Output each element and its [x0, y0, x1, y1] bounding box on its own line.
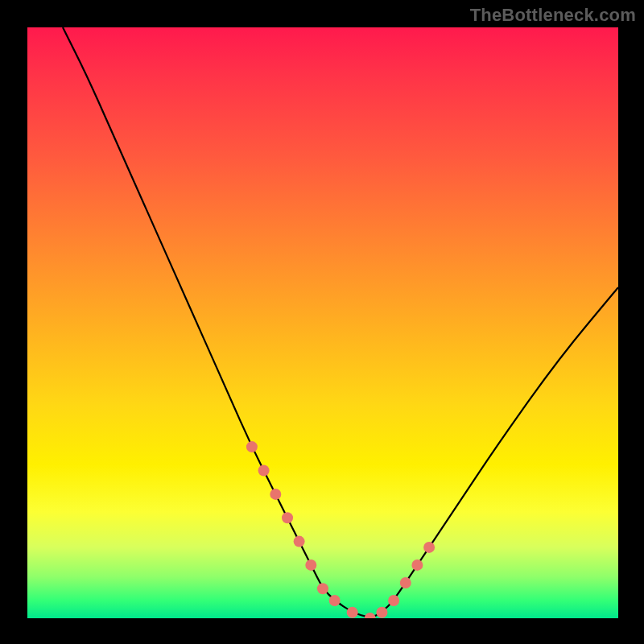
highlight-dot — [376, 607, 387, 618]
plot-area — [27, 27, 618, 618]
highlight-dot — [347, 607, 358, 618]
highlight-dot — [305, 559, 316, 571]
highlight-dot — [388, 595, 399, 606]
highlight-dot — [400, 577, 411, 588]
highlight-dot — [282, 512, 293, 523]
bottleneck-curve-path — [63, 27, 618, 617]
watermark-text: TheBottleneck.com — [470, 5, 636, 26]
chart-frame: TheBottleneck.com — [0, 0, 644, 644]
highlight-dot — [317, 583, 328, 594]
highlight-dot — [294, 536, 305, 547]
highlight-dot — [411, 559, 423, 571]
highlight-dot — [258, 465, 270, 477]
highlight-dot — [365, 613, 376, 618]
highlight-dot — [329, 595, 341, 606]
curve-layer — [27, 27, 618, 618]
highlight-dot — [270, 489, 281, 500]
highlight-dot — [246, 441, 258, 452]
bottleneck-curve — [63, 27, 618, 617]
highlight-dot — [423, 542, 435, 553]
highlight-dots — [246, 441, 435, 618]
